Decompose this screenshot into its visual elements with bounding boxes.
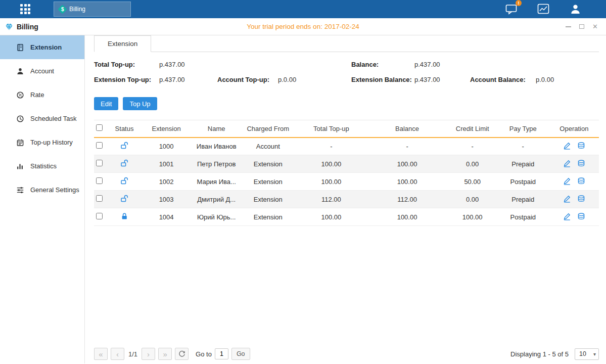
row-checkbox[interactable] <box>96 142 103 149</box>
topup-icon[interactable] <box>577 177 585 187</box>
pagination-right: Displaying 1 - 5 of 5 10 ▾ <box>510 348 599 360</box>
topbar-right-icons: ! <box>505 3 582 15</box>
account-topup-field: Account Top-up: p.0.00 <box>217 76 351 83</box>
row-checkbox[interactable] <box>96 177 103 184</box>
extension-cell: 1000 <box>139 138 193 155</box>
sidebar-item-extension[interactable]: Extension <box>0 35 84 59</box>
topup-icon[interactable] <box>577 195 585 204</box>
column-balance: Balance <box>366 120 448 138</box>
sidebar-item-label: General Settings <box>30 186 79 194</box>
sidebar-item-label: Statistics <box>30 162 57 170</box>
close-icon[interactable]: ✕ <box>592 23 598 30</box>
locked-icon[interactable] <box>120 212 129 222</box>
edit-icon[interactable] <box>563 159 571 169</box>
column-credit-limit: Credit Limit <box>448 120 497 138</box>
table-row[interactable]: 1000Иван ИвановAccount---- <box>94 138 599 155</box>
total-topup-cell: - <box>296 138 366 155</box>
credit-limit-cell: 100.00 <box>448 208 497 226</box>
pagination-bar: « ‹ 1/1 › » Go to Go Displaying 1 - 5 of… <box>94 348 599 360</box>
edit-icon[interactable] <box>563 195 571 204</box>
column-total-topup: Total Top-up <box>296 120 366 138</box>
sidebar-item-account[interactable]: Account <box>0 59 84 83</box>
app-launcher-icon[interactable] <box>20 4 30 14</box>
topbar: $ Billing ! <box>0 0 606 18</box>
page-size-value: 10 <box>579 350 586 357</box>
pay-type-cell: - <box>497 138 549 155</box>
last-page-button[interactable]: » <box>158 348 172 360</box>
goto-page-input[interactable] <box>215 348 228 359</box>
unlocked-icon[interactable] <box>120 177 129 187</box>
sidebar-item-scheduled-task[interactable]: Scheduled Task <box>0 107 84 130</box>
account-balance-value: p.0.00 <box>536 76 554 83</box>
sidebar-item-label: Top-up History <box>30 139 73 146</box>
select-all-checkbox[interactable] <box>96 124 103 131</box>
total-topup-cell: 100.00 <box>296 155 366 173</box>
sidebar-item-statistics[interactable]: Statistics <box>0 154 84 178</box>
unlocked-icon[interactable] <box>120 195 129 204</box>
edit-button[interactable]: Edit <box>94 97 118 110</box>
topup-icon[interactable] <box>577 212 585 222</box>
pay-type-cell: Prepaid <box>497 155 549 173</box>
workspace: Extension Account Rate <box>0 35 606 363</box>
rate-icon <box>16 91 24 99</box>
extension-cell: 1003 <box>139 191 193 208</box>
tab-extension[interactable]: Extension <box>94 35 151 52</box>
balance-cell: 100.00 <box>366 173 448 191</box>
name-cell: Дмитрий Д... <box>193 191 240 208</box>
table-row[interactable]: 1002Мария Ива...Extension100.00100.0050.… <box>94 173 599 191</box>
charged-from-cell: Extension <box>240 155 296 173</box>
balance-value: p.437.00 <box>414 61 440 68</box>
previous-page-button[interactable]: ‹ <box>111 348 124 360</box>
charged-from-cell: Account <box>240 138 296 155</box>
sidebar-item-general-settings[interactable]: General Settings <box>0 178 84 202</box>
next-page-button[interactable]: › <box>142 348 155 360</box>
sidebar-item-rate[interactable]: Rate <box>0 83 84 107</box>
unlocked-icon[interactable] <box>120 142 129 151</box>
minimize-icon[interactable] <box>566 26 571 27</box>
page-size-select[interactable]: 10 ▾ <box>575 348 599 360</box>
edit-icon[interactable] <box>563 212 571 222</box>
notifications-chat-icon[interactable]: ! <box>505 3 518 15</box>
sidebar-item-label: Scheduled Task <box>30 115 77 122</box>
title-left: Billing <box>0 23 38 31</box>
maximize-icon[interactable] <box>579 24 584 29</box>
account-topup-value: p.0.00 <box>278 76 296 83</box>
unlocked-icon[interactable] <box>120 159 129 169</box>
sidebar-item-topup-history[interactable]: Top-up History <box>0 130 84 154</box>
reports-chart-icon[interactable] <box>537 3 550 15</box>
charged-from-cell: Extension <box>240 208 296 226</box>
titlebar: Billing Your trial period ends on: 2017-… <box>0 18 606 35</box>
table-row[interactable]: 1003Дмитрий Д...Extension112.00112.000.0… <box>94 191 599 208</box>
user-account-icon[interactable] <box>569 3 582 15</box>
edit-icon[interactable] <box>563 142 571 151</box>
goto-label: Go to <box>196 350 212 358</box>
edit-icon[interactable] <box>563 177 571 187</box>
refresh-button[interactable] <box>175 348 189 360</box>
column-status: Status <box>109 120 139 138</box>
table-row[interactable]: 1001Петр ПетровExtension100.00100.000.00… <box>94 155 599 173</box>
topup-icon[interactable] <box>577 159 585 169</box>
first-page-button[interactable]: « <box>94 348 108 360</box>
balance-cell: - <box>366 138 448 155</box>
pay-type-cell: Postpaid <box>497 173 549 191</box>
top-up-button[interactable]: Top Up <box>123 97 157 110</box>
trial-notice: Your trial period ends on: 2017-02-24 <box>247 23 359 30</box>
account-balance-label: Account Balance: <box>470 76 536 83</box>
extension-balance-label: Extension Balance: <box>351 76 414 83</box>
table-row[interactable]: 1004Юрий Юрь...Extension100.00100.00100.… <box>94 208 599 226</box>
topup-icon[interactable] <box>577 142 585 151</box>
extension-topup-field: Extension Top-up: p.437.00 <box>94 76 217 83</box>
column-operation: Operation <box>549 120 599 138</box>
topbar-tab-billing[interactable]: $ Billing <box>54 2 131 17</box>
charged-from-cell: Extension <box>240 173 296 191</box>
total-topup-value: p.437.00 <box>159 61 185 68</box>
row-checkbox[interactable] <box>96 213 103 219</box>
displaying-text: Displaying 1 - 5 of 5 <box>510 350 569 358</box>
row-checkbox[interactable] <box>96 160 103 166</box>
sidebar: Extension Account Rate <box>0 35 85 363</box>
app-window: $ Billing ! <box>0 0 606 363</box>
go-button[interactable]: Go <box>231 348 250 360</box>
total-topup-cell: 100.00 <box>296 173 366 191</box>
row-checkbox[interactable] <box>96 195 103 202</box>
total-topup-cell: 112.00 <box>296 191 366 208</box>
